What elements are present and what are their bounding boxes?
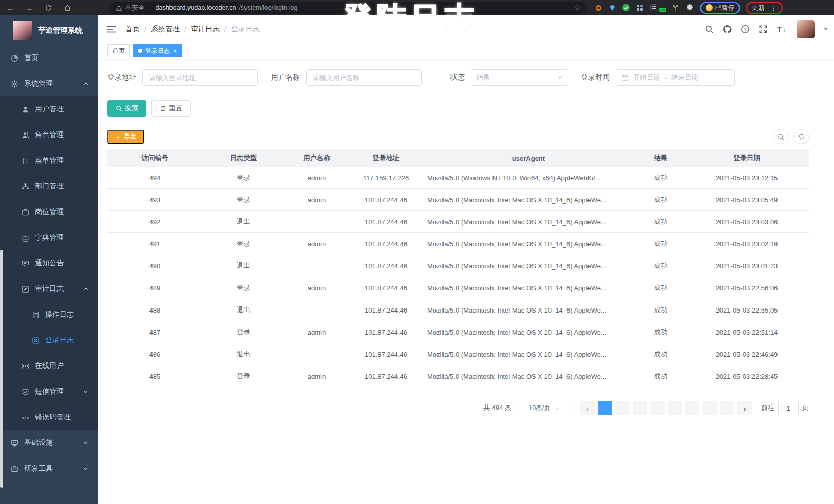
dictionary-icon: [22, 234, 29, 242]
extension-orange-icon[interactable]: [594, 4, 602, 12]
tag-close-icon[interactable]: ×: [173, 48, 177, 54]
fullscreen-icon[interactable]: [759, 25, 768, 34]
sidebar-menu-item[interactable]: 通知公告: [0, 250, 98, 276]
sidebar-menu-item[interactable]: 用户管理: [0, 96, 98, 122]
dashboard-icon: [11, 54, 18, 62]
extension-puzzle-icon[interactable]: [686, 4, 694, 12]
sidebar-menu-item[interactable]: 操作日志: [0, 302, 98, 327]
page-number-button[interactable]: [685, 401, 699, 415]
address-bar[interactable]: 不安全 dashboard.yudao.iocoder.cn/system/lo…: [109, 2, 587, 14]
login-time-range-picker[interactable]: 开始日期 - 结束日期: [616, 69, 735, 86]
goto-page-input[interactable]: [778, 401, 799, 415]
avatar-caret-icon[interactable]: [824, 28, 828, 32]
update-label: 更新: [752, 4, 765, 12]
browser-home-icon[interactable]: [62, 3, 72, 13]
table-row[interactable]: 492 退出 101.87.244.46 Mozilla/5.0 (Macint…: [107, 211, 809, 233]
browser-update-button[interactable]: 更新 ⋮: [746, 2, 783, 14]
refresh-table-button[interactable]: [793, 129, 809, 144]
table-row[interactable]: 488 退出 101.87.244.46 Mozilla/5.0 (Macint…: [107, 299, 809, 321]
profile-paused-chip[interactable]: 已暂停: [700, 2, 741, 14]
search-icon[interactable]: [705, 25, 714, 34]
extension-grid-icon[interactable]: [636, 4, 644, 12]
extension-plant-icon[interactable]: [672, 4, 680, 12]
browser-back-icon[interactable]: ←: [5, 3, 15, 13]
extension-tampermonkey-icon[interactable]: [650, 4, 658, 12]
table-row[interactable]: 494 登录 admin 117.159.17.226 Mozilla/5.0 …: [107, 167, 809, 189]
font-size-icon[interactable]: TT: [776, 25, 788, 34]
sidebar-menu-item[interactable]: 审计日志: [0, 276, 98, 302]
prev-page-button[interactable]: ‹: [580, 401, 595, 415]
sidebar-menu-item[interactable]: 短信管理: [0, 379, 98, 404]
sidebar-menu-item[interactable]: 系统管理: [0, 71, 98, 96]
address-input[interactable]: [142, 69, 258, 86]
browser-reload-icon[interactable]: [43, 3, 53, 13]
browser-forward-icon[interactable]: →: [24, 3, 34, 13]
sidebar-menu-item[interactable]: 菜单管理: [0, 148, 98, 173]
tag-home[interactable]: 首页: [107, 44, 130, 57]
page-number-button[interactable]: [703, 401, 717, 415]
table-row[interactable]: 489 登录 admin 101.87.244.46 Mozilla/5.0 (…: [107, 277, 809, 299]
tag-login-log[interactable]: 登录日志 ×: [133, 44, 182, 57]
sidebar-menu-item[interactable]: 基础设施: [0, 430, 98, 456]
breadcrumb-audit[interactable]: 审计日志: [191, 25, 220, 34]
chevron-up-icon: [83, 286, 89, 292]
sidebar-menu-item[interactable]: 首页: [0, 45, 98, 71]
search-button[interactable]: 搜索: [107, 100, 146, 117]
login-time-label: 登录时间: [581, 73, 610, 82]
page-number-button[interactable]: [668, 401, 682, 415]
sidebar-item-label: 审计日志: [35, 284, 64, 294]
sidebar-menu-item[interactable]: 研发工具: [0, 456, 98, 481]
sidebar-menu-item[interactable]: 角色管理: [0, 122, 98, 148]
hamburger-icon[interactable]: [106, 24, 117, 34]
page-number-button[interactable]: [633, 401, 647, 415]
status-select[interactable]: 结果: [471, 69, 568, 86]
username-input[interactable]: [306, 69, 422, 86]
svg-text:T: T: [777, 26, 782, 34]
page-number-button[interactable]: [615, 401, 630, 415]
sidebar-item-label: 系统管理: [24, 79, 53, 88]
sidebar-item-label: 短信管理: [35, 387, 64, 396]
user-avatar[interactable]: [797, 20, 815, 38]
table-body: 494 登录 admin 117.159.17.226 Mozilla/5.0 …: [107, 167, 809, 387]
browser-menu-icon[interactable]: ⋮: [770, 4, 777, 12]
export-button[interactable]: 导出: [107, 130, 144, 144]
breadcrumb-system[interactable]: 系统管理: [151, 25, 180, 34]
url-domain: dashboard.yudao.iocoder.cn: [156, 4, 236, 11]
users-icon: [22, 131, 29, 139]
breadcrumb-home[interactable]: 首页: [125, 25, 140, 34]
page-number-button[interactable]: [598, 401, 612, 415]
help-icon[interactable]: ?: [741, 25, 750, 34]
table-row[interactable]: 486 退出 101.87.244.46 Mozilla/5.0 (Macint…: [107, 343, 809, 365]
table-row[interactable]: 485 登录 admin 101.87.244.46 Mozilla/5.0 (…: [107, 365, 809, 387]
extension-on-badge: on: [659, 8, 666, 12]
reset-button[interactable]: 重置: [151, 100, 191, 117]
toggle-search-button[interactable]: [773, 129, 788, 144]
extension-gem-icon[interactable]: [608, 4, 616, 12]
extension-green-check-icon[interactable]: [622, 4, 630, 12]
table-row[interactable]: 493 登录 admin 101.87.244.46 Mozilla/5.0 (…: [107, 189, 809, 211]
table-row[interactable]: 491 登录 admin 101.87.244.46 Mozilla/5.0 (…: [107, 233, 809, 255]
table-row[interactable]: 487 登录 admin 101.87.244.46 Mozilla/5.0 (…: [107, 321, 809, 343]
table-row[interactable]: 490 退出 101.87.244.46 Mozilla/5.0 (Macint…: [107, 255, 809, 277]
sidebar-logo-row[interactable]: 芋道管理系统: [0, 15, 98, 45]
sidebar-menu-item[interactable]: 字典管理: [0, 225, 98, 250]
goto-label: 前往: [761, 403, 774, 413]
sidebar-menu-item[interactable]: 在线用户: [0, 353, 98, 379]
page-number-button[interactable]: [720, 401, 734, 415]
bookmark-star-icon[interactable]: ☆: [574, 4, 581, 12]
dev-tools-icon: [11, 465, 18, 473]
sidebar-menu-item[interactable]: 岗位管理: [0, 199, 98, 225]
sidebar-menu-item[interactable]: </> 错误码管理: [0, 404, 98, 430]
github-icon[interactable]: [723, 25, 732, 34]
sidebar-scrollbar[interactable]: [0, 250, 3, 488]
page-number-button[interactable]: [650, 401, 665, 415]
chevron-down-icon: [83, 466, 89, 472]
table-toolbar: 导出: [107, 129, 834, 144]
page-size-select[interactable]: 10条/页: [519, 401, 570, 415]
audit-log-icon: [22, 285, 29, 293]
total-count: 共 494 条: [483, 403, 511, 413]
sidebar-menu-item[interactable]: 登录日志: [0, 327, 98, 353]
sidebar-menu-item[interactable]: 部门管理: [0, 173, 98, 199]
browser-chrome: ← → 不安全 dashboard.yudao.iocoder.cn/syste…: [0, 0, 834, 15]
next-page-button[interactable]: ›: [737, 401, 752, 415]
